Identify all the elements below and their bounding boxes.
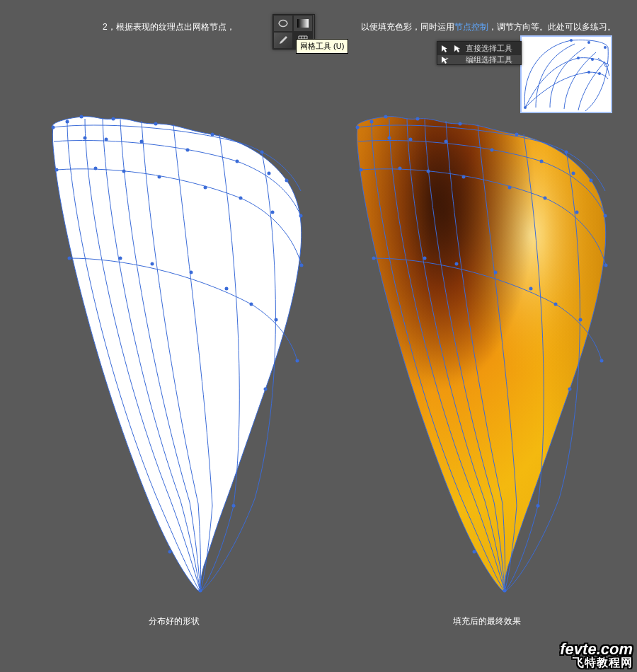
svg-point-4 — [604, 46, 607, 49]
svg-point-8 — [587, 71, 590, 74]
svg-point-5 — [577, 57, 580, 59]
watermark: fevte.com 飞特教程网 — [560, 641, 633, 669]
selection-flyout-panel: 直接选择工具 + 编组选择工具 — [437, 41, 522, 65]
svg-point-3 — [587, 41, 590, 44]
svg-line-11 — [598, 58, 607, 65]
petal-stage — [0, 99, 637, 622]
mesh-thumbnail — [520, 35, 612, 113]
svg-point-9 — [598, 72, 601, 75]
watermark-site: 飞特教程网 — [560, 657, 633, 669]
mesh-tool-tooltip: 网格工具 (U) — [296, 39, 348, 54]
node-control-link[interactable]: 节点控制 — [454, 22, 488, 32]
watermark-url: fevte.com — [560, 641, 633, 657]
instruction-left: 2，根据表现的纹理点出网格节点， — [103, 21, 235, 33]
direct-selection-icon — [440, 45, 449, 53]
svg-text:+: + — [446, 56, 449, 60]
caption-right: 填充后的最终效果 — [453, 615, 521, 627]
petal-colored — [333, 99, 609, 594]
white-arrow-icon — [453, 45, 461, 53]
instruction-right: 以便填充色彩，同时运用节点控制，调节方向等。此处可以多练习。 — [361, 21, 616, 33]
svg-point-10 — [524, 106, 527, 109]
eyedropper-tool-icon[interactable] — [273, 32, 293, 49]
instruction-right-b: ，调节方向等。此处可以多练习。 — [488, 22, 616, 32]
svg-rect-0 — [297, 19, 309, 28]
group-selection-icon: + — [440, 56, 449, 64]
direct-selection-label: 直接选择工具 — [466, 43, 512, 54]
gradient-tool-icon[interactable] — [293, 15, 313, 32]
instruction-right-a: 以便填充色彩，同时运用 — [361, 22, 454, 32]
direct-selection-tool-row[interactable]: 直接选择工具 — [437, 42, 521, 55]
step-number: 2， — [103, 22, 116, 32]
warp-tool-icon[interactable] — [273, 15, 293, 32]
petal-wireframe — [28, 99, 304, 594]
group-selection-label: 编组选择工具 — [466, 55, 512, 64]
instruction-left-text: 根据表现的纹理点出网格节点， — [116, 22, 235, 32]
group-selection-tool-row[interactable]: + 编组选择工具 — [437, 55, 521, 64]
svg-point-6 — [591, 58, 594, 61]
svg-point-2 — [570, 39, 573, 42]
caption-left: 分布好的形状 — [149, 615, 200, 627]
